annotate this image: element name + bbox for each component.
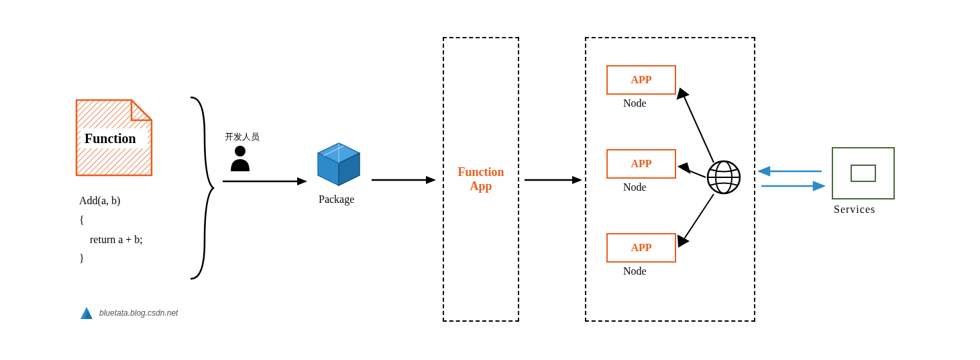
arrow-icon bbox=[523, 173, 584, 187]
function-app-label: Function App bbox=[457, 165, 504, 193]
code-line: } bbox=[79, 249, 143, 269]
svg-marker-13 bbox=[572, 176, 582, 184]
svg-marker-26 bbox=[814, 182, 824, 190]
azure-icon bbox=[79, 306, 94, 320]
bidir-arrow-icon bbox=[758, 165, 825, 195]
watermark: bluetata.blog.csdn.net bbox=[79, 306, 178, 320]
svg-line-21 bbox=[684, 194, 714, 240]
svg-marker-11 bbox=[426, 176, 436, 184]
brace-icon bbox=[188, 94, 215, 282]
function-file: Function bbox=[74, 97, 154, 181]
package-icon bbox=[315, 141, 362, 188]
globe-arrows bbox=[586, 38, 754, 320]
code-line: return a + b; bbox=[79, 230, 143, 250]
svg-line-17 bbox=[684, 95, 714, 163]
developer-label: 开发人员 bbox=[225, 131, 260, 143]
code-line: Add(a, b) bbox=[79, 191, 143, 211]
svg-point-2 bbox=[235, 146, 246, 156]
svg-marker-18 bbox=[677, 89, 688, 99]
services-label: Services bbox=[834, 204, 875, 216]
svg-marker-22 bbox=[678, 236, 688, 246]
services-box bbox=[832, 147, 895, 199]
file-title: Function bbox=[85, 131, 136, 146]
svg-marker-4 bbox=[297, 177, 307, 185]
arrow-icon bbox=[370, 173, 437, 187]
function-app-box: Function App bbox=[443, 37, 519, 322]
code-snippet: Add(a, b) { return a + b; } bbox=[79, 191, 143, 269]
person-icon bbox=[228, 144, 252, 171]
arrow-icon bbox=[221, 175, 309, 188]
code-line: { bbox=[79, 211, 143, 230]
cluster-box: APP Node APP Node APP Node bbox=[585, 37, 755, 322]
watermark-text: bluetata.blog.csdn.net bbox=[99, 308, 178, 318]
svg-marker-24 bbox=[759, 167, 769, 175]
svg-marker-20 bbox=[679, 163, 690, 173]
package-label: Package bbox=[319, 193, 354, 206]
services-inner-icon bbox=[851, 165, 876, 182]
